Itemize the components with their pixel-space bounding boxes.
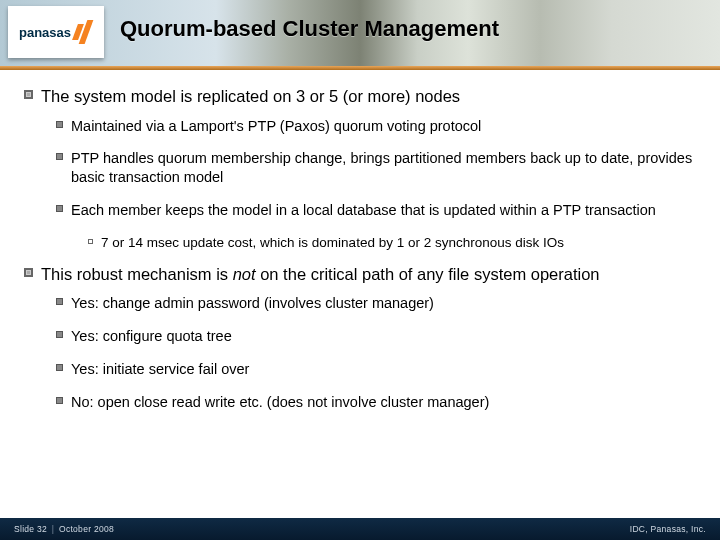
bullet-level2: Yes: configure quota tree: [56, 327, 696, 346]
bullet-text: Maintained via a Lamport's PTP (Paxos) q…: [71, 117, 481, 136]
bullet-text: Yes: configure quota tree: [71, 327, 232, 346]
company-logo: panasas: [8, 6, 104, 58]
bullet-level2: Yes: initiate service fail over: [56, 360, 696, 379]
bullet-icon: [24, 268, 33, 277]
bullet-icon: [24, 90, 33, 99]
bullet-icon: [56, 364, 63, 371]
bullet-level2: Each member keeps the model in a local d…: [56, 201, 696, 220]
bullet-icon: [56, 298, 63, 305]
bullet-text: This robust mechanism is not on the crit…: [41, 264, 600, 285]
bullet-level2: No: open close read write etc. (does not…: [56, 393, 696, 412]
footer-date: October 2008: [47, 524, 114, 534]
footer-left: Slide 32October 2008: [14, 524, 114, 534]
bullet-icon: [56, 331, 63, 338]
slide-body: The system model is replicated on 3 or 5…: [0, 78, 720, 426]
bullet-level3: 7 or 14 msec update cost, which is domin…: [88, 234, 696, 252]
bullet-level1: This robust mechanism is not on the crit…: [24, 264, 696, 285]
bullet-level2: Maintained via a Lamport's PTP (Paxos) q…: [56, 117, 696, 136]
bullet-text: Yes: change admin password (involves clu…: [71, 294, 434, 313]
bullet-level1: The system model is replicated on 3 or 5…: [24, 86, 696, 107]
bullet-icon: [88, 239, 93, 244]
footer-right: IDC, Panasas, Inc.: [630, 524, 706, 534]
logo-text: panasas: [19, 26, 71, 39]
bullet-text: No: open close read write etc. (does not…: [71, 393, 489, 412]
bullet-text: 7 or 14 msec update cost, which is domin…: [101, 234, 564, 252]
bullet-icon: [56, 121, 63, 128]
bullet-text: Each member keeps the model in a local d…: [71, 201, 656, 220]
bullet-level2: Yes: change admin password (involves clu…: [56, 294, 696, 313]
bullet-level2: PTP handles quorum membership change, br…: [56, 149, 696, 187]
bullet-text: Yes: initiate service fail over: [71, 360, 249, 379]
header-divider: [0, 66, 720, 70]
slide-footer: Slide 32October 2008 IDC, Panasas, Inc.: [0, 518, 720, 540]
bullet-icon: [56, 153, 63, 160]
text-segment: on the critical path of any file system …: [256, 265, 600, 283]
text-emphasis: not: [233, 265, 256, 283]
footer-slide-number: Slide 32: [14, 524, 47, 534]
bullet-text: PTP handles quorum membership change, br…: [71, 149, 696, 187]
slide: panasas Quorum-based Cluster Management …: [0, 0, 720, 540]
text-segment: This robust mechanism is: [41, 265, 233, 283]
bullet-text: The system model is replicated on 3 or 5…: [41, 86, 460, 107]
slide-title: Quorum-based Cluster Management: [120, 16, 499, 42]
bullet-icon: [56, 205, 63, 212]
logo-icon: [75, 20, 93, 44]
bullet-icon: [56, 397, 63, 404]
slide-header: panasas Quorum-based Cluster Management: [0, 0, 720, 66]
